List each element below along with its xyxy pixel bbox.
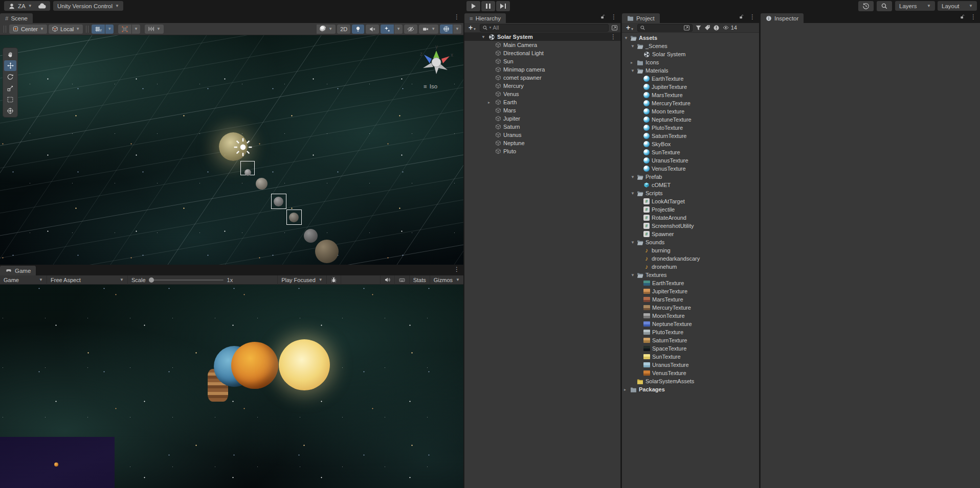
foldout-icon[interactable]: ▼	[624, 36, 628, 40]
project-item[interactable]: MarsTexture	[622, 295, 759, 304]
project-item[interactable]: ▼Assets	[622, 34, 759, 42]
input-debug-toggle[interactable]	[395, 275, 410, 285]
hierarchy-item[interactable]: Directional Light	[464, 49, 620, 57]
hierarchy-search-input[interactable]: ▾ All	[480, 24, 609, 32]
undo-history-button[interactable]	[858, 1, 874, 11]
scene-effects-dropdown[interactable]: ▼	[394, 25, 403, 34]
planet-object[interactable]	[256, 178, 268, 190]
hidden-count-toggle[interactable]: 14	[722, 25, 737, 31]
project-item[interactable]: SolarSystemAssets	[622, 377, 759, 385]
stats-toggle[interactable]: Stats	[410, 275, 430, 285]
project-item[interactable]: EarthTexture	[622, 75, 759, 83]
advanced-search-icon[interactable]	[611, 25, 618, 31]
planet-object[interactable]	[304, 229, 318, 243]
project-item[interactable]: SunTexture	[622, 148, 759, 156]
project-item[interactable]: VenusTexture	[622, 369, 759, 377]
project-item[interactable]: SpaceTexture	[622, 344, 759, 353]
project-item[interactable]: Moon texture	[622, 107, 759, 115]
project-item[interactable]: UranusTexture	[622, 361, 759, 369]
move-tool-button[interactable]	[4, 60, 16, 71]
project-item[interactable]: NeptuneTexture	[622, 320, 759, 328]
global-search-button[interactable]	[877, 1, 892, 11]
scale-slider[interactable]	[149, 280, 224, 281]
project-item[interactable]: ▼Sounds	[622, 238, 759, 246]
step-button[interactable]	[496, 1, 510, 11]
hierarchy-item[interactable]: ▸Earth	[464, 98, 620, 106]
tool-handle-rotation-button[interactable]: Local ▼	[49, 25, 83, 34]
toolbar-grip[interactable]	[86, 26, 88, 33]
hierarchy-item[interactable]: Minimap camera	[464, 65, 620, 74]
orientation-gizmo[interactable]: y z x	[417, 41, 456, 80]
gizmos-dropdown[interactable]: Gizmos ▼	[430, 275, 463, 285]
2d-mode-toggle[interactable]: 2D	[337, 25, 350, 34]
lock-icon[interactable]	[599, 14, 605, 20]
play-button[interactable]	[466, 1, 480, 11]
hierarchy-item[interactable]: Pluto	[464, 147, 620, 155]
project-item[interactable]: UranusTexture	[622, 156, 759, 165]
project-item[interactable]: PlutoTexture	[622, 328, 759, 336]
project-item[interactable]: ▸Packages	[622, 385, 759, 393]
draw-mode-dropdown[interactable]: ▼	[317, 25, 336, 34]
grid-snap-dropdown[interactable]: ▼	[132, 25, 140, 34]
tab-hierarchy[interactable]: ≡ Hierarchy	[464, 13, 506, 23]
search-by-label-icon[interactable]	[704, 25, 710, 31]
project-item[interactable]: PlutoTexture	[622, 124, 759, 132]
advanced-search-icon[interactable]	[683, 25, 690, 31]
project-item[interactable]: ▼Textures	[622, 271, 759, 279]
foldout-icon[interactable]: ▼	[631, 68, 635, 73]
hidden-objects-toggle[interactable]	[404, 25, 417, 34]
project-item[interactable]: MercuryTexture	[622, 304, 759, 312]
project-item[interactable]: #ScreenshotUtility	[622, 222, 759, 230]
planet-object[interactable]	[289, 213, 299, 222]
play-focused-dropdown[interactable]: Play Focused ▼	[277, 275, 327, 285]
foldout-icon[interactable]: ▼	[631, 240, 635, 245]
scene-effects-toggle[interactable]	[381, 25, 394, 34]
project-item[interactable]: SaturnTexture	[622, 336, 759, 344]
transform-tool-button[interactable]	[4, 105, 16, 116]
project-item[interactable]: #Spawner	[622, 230, 759, 238]
tab-project[interactable]: Project	[622, 13, 660, 23]
scale-tool-button[interactable]	[4, 83, 16, 94]
project-item[interactable]: ▼Prefab	[622, 173, 759, 181]
display-dropdown[interactable]: Game ▼	[0, 275, 47, 285]
project-item[interactable]: MoonTexture	[622, 312, 759, 320]
aspect-dropdown[interactable]: Free Aspect ▼	[47, 275, 128, 285]
foldout-icon[interactable]: ▼	[631, 273, 635, 277]
projection-toggle[interactable]: ≡ Iso	[424, 83, 437, 89]
hierarchy-scene-root[interactable]: ▼Solar System⋮	[464, 33, 620, 41]
tool-handle-position-button[interactable]: Center ▼	[9, 25, 47, 34]
foldout-icon[interactable]: ▸	[624, 387, 626, 392]
hand-tool-button[interactable]	[4, 49, 16, 60]
tab-game[interactable]: Game	[0, 266, 36, 275]
foldout-icon[interactable]: ▼	[631, 44, 635, 49]
toolbar-grip[interactable]	[4, 26, 6, 33]
rect-tool-button[interactable]	[4, 94, 16, 105]
tab-scene[interactable]: # Scene	[0, 13, 33, 23]
alert-icon[interactable]	[713, 25, 720, 31]
hierarchy-item[interactable]: Venus	[464, 90, 620, 98]
project-item[interactable]: NeptuneTexture	[622, 115, 759, 124]
project-item[interactable]: VenusTexture	[622, 165, 759, 173]
cloud-button[interactable]	[34, 1, 50, 11]
hierarchy-item[interactable]: comet spawner	[464, 74, 620, 82]
hierarchy-item[interactable]: Mars	[464, 106, 620, 114]
kebab-icon[interactable]: ⋮	[970, 14, 976, 20]
project-item[interactable]: cOMET	[622, 181, 759, 189]
project-item[interactable]: SaturnTexture	[622, 132, 759, 140]
planet-object[interactable]	[274, 197, 283, 206]
hierarchy-item[interactable]: Sun	[464, 57, 620, 65]
grid-snap-toggle[interactable]	[118, 25, 131, 34]
project-item[interactable]: ▼Scripts	[622, 189, 759, 197]
foldout-icon[interactable]: ▼	[481, 35, 485, 39]
scene-viewport[interactable]: y z x ≡ Iso	[0, 35, 463, 265]
kebab-icon[interactable]: ⋮	[749, 14, 755, 20]
kebab-icon[interactable]: ⋮	[610, 33, 616, 40]
lock-icon[interactable]	[959, 14, 965, 20]
project-search-input[interactable]	[637, 24, 693, 32]
project-item[interactable]: ♪dronehum	[622, 263, 759, 271]
layers-dropdown[interactable]: Layers ▼	[895, 1, 935, 11]
scale-slider-knob[interactable]	[149, 277, 154, 283]
kebab-icon[interactable]: ⋮	[454, 266, 460, 272]
layout-dropdown[interactable]: Layout ▼	[938, 1, 977, 11]
hierarchy-item[interactable]: Jupiter	[464, 114, 620, 123]
